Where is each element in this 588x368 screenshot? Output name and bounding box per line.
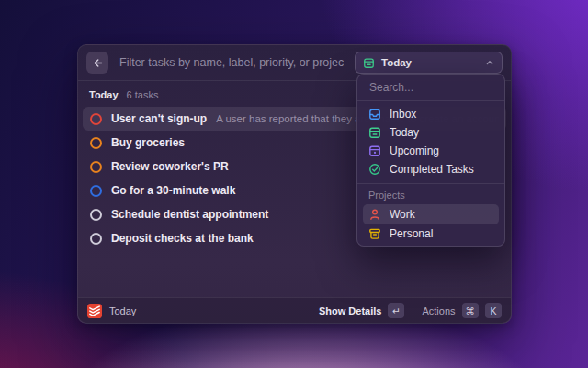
projects-section-label: Projects bbox=[357, 184, 504, 204]
dropdown-item-inbox[interactable]: Inbox bbox=[363, 105, 499, 123]
calendar-upcoming-icon bbox=[368, 144, 381, 157]
task-title: Schedule dentist appointment bbox=[111, 208, 268, 221]
dropdown-item-completed-tasks[interactable]: Completed Tasks bbox=[363, 160, 499, 178]
back-arrow-icon bbox=[92, 57, 104, 69]
palette-footer: Today Show Details ↵ Actions ⌘ K bbox=[78, 297, 511, 323]
task-checkbox[interactable] bbox=[90, 161, 102, 173]
todoist-logo-icon bbox=[87, 304, 102, 318]
footer-divider bbox=[413, 305, 413, 316]
dropdown-item-label: Completed Tasks bbox=[390, 163, 474, 176]
section-title: Today bbox=[89, 89, 119, 100]
footer-shortcuts: Show Details ↵ Actions ⌘ K bbox=[319, 303, 502, 318]
dropdown-search-input[interactable] bbox=[368, 80, 494, 95]
task-checkbox[interactable] bbox=[90, 113, 102, 125]
dropdown-item-label: Inbox bbox=[390, 108, 416, 121]
dropdown-item-label: Work bbox=[390, 208, 415, 221]
view-switcher-dropdown: Inbox Today bbox=[356, 74, 505, 247]
dropdown-projects-list: Work Personal bbox=[357, 204, 504, 243]
k-key-badge: K bbox=[485, 303, 502, 318]
dropdown-item-label: Upcoming bbox=[390, 144, 439, 157]
task-checkbox[interactable] bbox=[90, 233, 102, 245]
dropdown-item-project-work[interactable]: Work bbox=[363, 204, 499, 224]
section-task-count: 6 tasks bbox=[127, 89, 159, 100]
enter-key-badge: ↵ bbox=[388, 303, 404, 318]
filter-tasks-input[interactable] bbox=[118, 55, 345, 70]
task-title: User can't sign-up bbox=[111, 112, 207, 125]
check-circle-icon bbox=[368, 163, 381, 176]
dropdown-item-project-personal[interactable]: Personal bbox=[363, 224, 499, 243]
view-switcher-button[interactable]: Today bbox=[355, 52, 503, 74]
person-icon bbox=[368, 208, 381, 221]
dropdown-item-today[interactable]: Today bbox=[363, 123, 499, 142]
task-checkbox[interactable] bbox=[90, 185, 102, 197]
chevron-up-icon bbox=[485, 58, 494, 67]
back-button[interactable] bbox=[86, 52, 108, 74]
task-checkbox[interactable] bbox=[90, 137, 102, 149]
dropdown-item-upcoming[interactable]: Upcoming bbox=[363, 142, 499, 160]
task-checkbox[interactable] bbox=[90, 209, 102, 221]
dropdown-item-label: Personal bbox=[390, 227, 433, 240]
inbox-icon bbox=[368, 108, 381, 121]
dropdown-item-label: Today bbox=[390, 126, 419, 139]
calendar-today-icon bbox=[368, 126, 381, 139]
archive-box-icon bbox=[368, 227, 381, 240]
actions-button[interactable]: Actions bbox=[422, 305, 455, 316]
dropdown-views-list: Inbox Today bbox=[357, 101, 504, 178]
task-title: Go for a 30-minute walk bbox=[111, 184, 235, 197]
dropdown-search bbox=[357, 75, 504, 101]
calendar-today-icon bbox=[363, 57, 375, 69]
task-title: Buy groceries bbox=[111, 136, 185, 149]
view-switcher-label: Today bbox=[381, 57, 412, 68]
task-title: Review coworker's PR bbox=[111, 160, 229, 173]
show-details-button[interactable]: Show Details bbox=[319, 305, 381, 316]
command-key-badge: ⌘ bbox=[462, 303, 480, 318]
desktop-background: Today Today 6 tasks User can't sign-up A… bbox=[0, 0, 588, 368]
footer-view-label: Today bbox=[109, 305, 136, 316]
task-title: Deposit checks at the bank bbox=[111, 232, 254, 245]
